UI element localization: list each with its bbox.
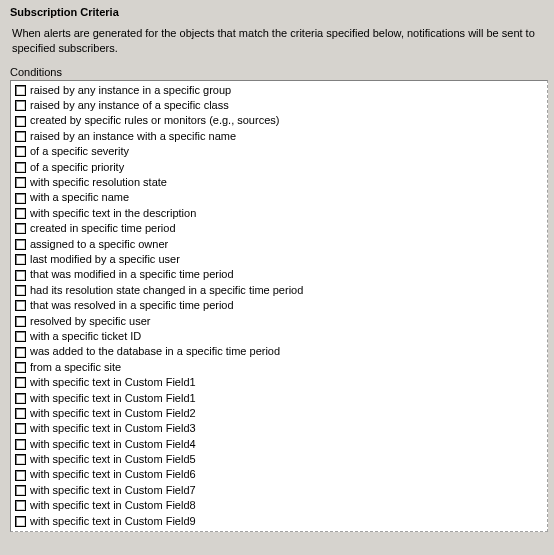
condition-label: last modified by a specific user bbox=[30, 252, 180, 267]
condition-checkbox[interactable] bbox=[15, 208, 26, 219]
condition-row[interactable]: assigned to a specific owner bbox=[15, 237, 545, 252]
condition-label: had its resolution state changed in a sp… bbox=[30, 283, 303, 298]
condition-label: of a specific priority bbox=[30, 160, 124, 175]
condition-row[interactable]: with a specific name bbox=[15, 190, 545, 205]
condition-label: with a specific name bbox=[30, 190, 129, 205]
condition-label: that was modified in a specific time per… bbox=[30, 267, 234, 282]
condition-checkbox[interactable] bbox=[15, 239, 26, 250]
condition-checkbox[interactable] bbox=[15, 300, 26, 311]
condition-label: with specific text in Custom Field1 bbox=[30, 391, 196, 406]
condition-row[interactable]: that was resolved in a specific time per… bbox=[15, 298, 545, 313]
condition-row[interactable]: that was modified in a specific time per… bbox=[15, 267, 545, 282]
condition-checkbox[interactable] bbox=[15, 516, 26, 527]
condition-checkbox[interactable] bbox=[15, 177, 26, 188]
header-area: Subscription Criteria When alerts are ge… bbox=[0, 0, 554, 66]
condition-checkbox[interactable] bbox=[15, 146, 26, 157]
condition-checkbox[interactable] bbox=[15, 85, 26, 96]
condition-checkbox[interactable] bbox=[15, 331, 26, 342]
condition-checkbox[interactable] bbox=[15, 100, 26, 111]
condition-label: with specific text in Custom Field8 bbox=[30, 498, 196, 513]
condition-label: with specific resolution state bbox=[30, 175, 167, 190]
condition-checkbox[interactable] bbox=[15, 347, 26, 358]
condition-checkbox[interactable] bbox=[15, 454, 26, 465]
condition-checkbox[interactable] bbox=[15, 254, 26, 265]
condition-label: with specific text in Custom Field1 bbox=[30, 375, 196, 390]
condition-label: with specific text in Custom Field6 bbox=[30, 467, 196, 482]
condition-row[interactable]: with specific text in Custom Field2 bbox=[15, 406, 545, 421]
condition-label: with a specific ticket ID bbox=[30, 329, 141, 344]
condition-checkbox[interactable] bbox=[15, 393, 26, 404]
conditions-label: Conditions bbox=[0, 66, 554, 80]
condition-row[interactable]: had its resolution state changed in a sp… bbox=[15, 283, 545, 298]
condition-row[interactable]: from a specific site bbox=[15, 360, 545, 375]
page-title: Subscription Criteria bbox=[10, 6, 546, 18]
condition-checkbox[interactable] bbox=[15, 377, 26, 388]
condition-row[interactable]: of a specific severity bbox=[15, 144, 545, 159]
condition-label: with specific text in Custom Field5 bbox=[30, 452, 196, 467]
condition-checkbox[interactable] bbox=[15, 223, 26, 234]
condition-checkbox[interactable] bbox=[15, 485, 26, 496]
condition-label: resolved by specific user bbox=[30, 314, 150, 329]
condition-row[interactable]: was added to the database in a specific … bbox=[15, 344, 545, 359]
condition-row[interactable]: with a specific ticket ID bbox=[15, 329, 545, 344]
condition-row[interactable]: with specific text in Custom Field9 bbox=[15, 514, 545, 529]
condition-row[interactable]: with specific text in Custom Field1 bbox=[15, 391, 545, 406]
condition-checkbox[interactable] bbox=[15, 131, 26, 142]
condition-row[interactable]: with specific text in Custom Field3 bbox=[15, 421, 545, 436]
condition-label: with specific text in Custom Field3 bbox=[30, 421, 196, 436]
conditions-list: raised by any instance in a specific gro… bbox=[10, 80, 548, 532]
condition-checkbox[interactable] bbox=[15, 362, 26, 373]
condition-row[interactable]: last modified by a specific user bbox=[15, 252, 545, 267]
condition-checkbox[interactable] bbox=[15, 270, 26, 281]
condition-label: of a specific severity bbox=[30, 144, 129, 159]
condition-label: raised by any instance in a specific gro… bbox=[30, 83, 231, 98]
condition-label: was added to the database in a specific … bbox=[30, 344, 280, 359]
condition-label: with specific text in Custom Field10 bbox=[30, 529, 202, 532]
condition-checkbox[interactable] bbox=[15, 423, 26, 434]
condition-row[interactable]: created by specific rules or monitors (e… bbox=[15, 113, 545, 128]
condition-checkbox[interactable] bbox=[15, 500, 26, 511]
condition-label: with specific text in the description bbox=[30, 206, 196, 221]
condition-label: with specific text in Custom Field2 bbox=[30, 406, 196, 421]
condition-checkbox[interactable] bbox=[15, 470, 26, 481]
condition-checkbox[interactable] bbox=[15, 316, 26, 327]
condition-row[interactable]: with specific text in Custom Field6 bbox=[15, 467, 545, 482]
condition-row[interactable]: created in specific time period bbox=[15, 221, 545, 236]
condition-checkbox[interactable] bbox=[15, 193, 26, 204]
condition-label: assigned to a specific owner bbox=[30, 237, 168, 252]
condition-row[interactable]: with specific text in Custom Field7 bbox=[15, 483, 545, 498]
condition-row[interactable]: with specific text in Custom Field10 bbox=[15, 529, 545, 532]
condition-row[interactable]: with specific text in Custom Field4 bbox=[15, 437, 545, 452]
condition-label: created by specific rules or monitors (e… bbox=[30, 113, 279, 128]
condition-row[interactable]: with specific text in the description bbox=[15, 206, 545, 221]
condition-label: with specific text in Custom Field7 bbox=[30, 483, 196, 498]
condition-checkbox[interactable] bbox=[15, 408, 26, 419]
condition-label: from a specific site bbox=[30, 360, 121, 375]
condition-row[interactable]: with specific resolution state bbox=[15, 175, 545, 190]
condition-label: with specific text in Custom Field4 bbox=[30, 437, 196, 452]
condition-row[interactable]: raised by an instance with a specific na… bbox=[15, 129, 545, 144]
condition-row[interactable]: with specific text in Custom Field8 bbox=[15, 498, 545, 513]
condition-label: with specific text in Custom Field9 bbox=[30, 514, 196, 529]
condition-row[interactable]: of a specific priority bbox=[15, 160, 545, 175]
condition-checkbox[interactable] bbox=[15, 162, 26, 173]
condition-row[interactable]: resolved by specific user bbox=[15, 314, 545, 329]
condition-row[interactable]: raised by any instance of a specific cla… bbox=[15, 98, 545, 113]
condition-row[interactable]: with specific text in Custom Field5 bbox=[15, 452, 545, 467]
condition-label: created in specific time period bbox=[30, 221, 176, 236]
condition-checkbox[interactable] bbox=[15, 285, 26, 296]
condition-row[interactable]: with specific text in Custom Field1 bbox=[15, 375, 545, 390]
condition-checkbox[interactable] bbox=[15, 439, 26, 450]
condition-checkbox[interactable] bbox=[15, 116, 26, 127]
condition-row[interactable]: raised by any instance in a specific gro… bbox=[15, 83, 545, 98]
condition-label: raised by any instance of a specific cla… bbox=[30, 98, 229, 113]
condition-label: raised by an instance with a specific na… bbox=[30, 129, 236, 144]
condition-label: that was resolved in a specific time per… bbox=[30, 298, 234, 313]
page-description: When alerts are generated for the object… bbox=[10, 24, 546, 58]
